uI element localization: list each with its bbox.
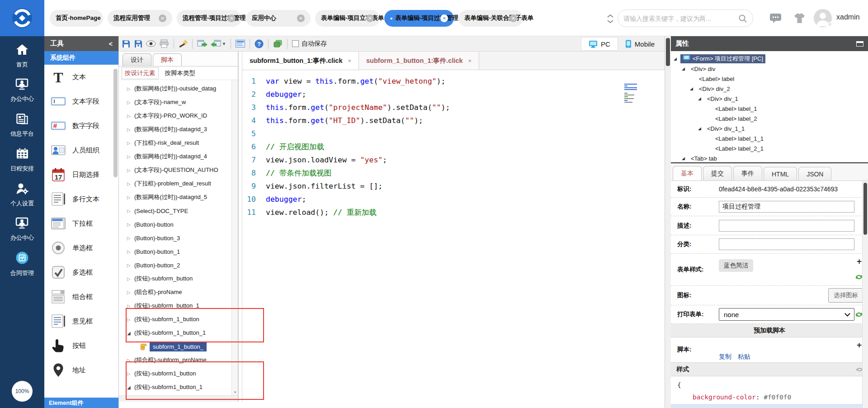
tool-panel-scrollbar[interactable] bbox=[113, 69, 118, 177]
minimize-panel-icon[interactable] bbox=[856, 41, 863, 47]
collapsed-arrow-icon[interactable]: ▷ bbox=[127, 141, 134, 146]
component-tree-item[interactable]: ▷(Button)-button_2 bbox=[119, 258, 231, 272]
import-icon[interactable]: ▼ bbox=[211, 40, 226, 48]
paste-script-link[interactable]: 粘贴 bbox=[738, 353, 750, 361]
code-icon[interactable]: <> bbox=[856, 366, 863, 373]
component-tree-item[interactable]: ▷(文本字段)-QUESTION_AUTHO bbox=[119, 163, 231, 177]
magic-wand-icon[interactable] bbox=[179, 39, 188, 48]
scrollbar-thumb[interactable] bbox=[863, 183, 867, 235]
component-tree-item[interactable]: ▷(按钮)-subform1_button bbox=[119, 367, 231, 380]
component-tree-item[interactable]: ▷(下拉框)-problem_deal_result bbox=[119, 177, 231, 190]
collapsed-arrow-icon[interactable]: ▷ bbox=[127, 114, 134, 119]
collapsed-arrow-icon[interactable]: ▷ bbox=[127, 127, 134, 132]
form-tree-item[interactable]: <Label> label_2_1 bbox=[671, 143, 868, 153]
preview-eye-icon[interactable] bbox=[146, 40, 156, 47]
close-icon[interactable]: ✕ bbox=[440, 14, 448, 22]
component-tree-item[interactable]: ▷(按钮)-subform_1_button bbox=[119, 313, 231, 326]
prop-name-input[interactable] bbox=[719, 201, 854, 213]
tool-item-hand[interactable]: 按钮 bbox=[44, 333, 118, 358]
tab-scroll-chevrons[interactable] bbox=[605, 10, 616, 27]
collapsed-arrow-icon[interactable]: ▷ bbox=[127, 290, 134, 295]
editor-scrollbar[interactable] bbox=[665, 36, 671, 408]
component-tree-item[interactable]: ▷(Button)-button bbox=[119, 218, 231, 231]
sidebar-item-news[interactable]: 信息平台 bbox=[0, 113, 44, 138]
form-tree-item[interactable]: ◢<Div> div_1_1 bbox=[671, 123, 868, 133]
tool-item-combo[interactable]: 组合框 bbox=[44, 285, 118, 309]
collapsed-arrow-icon[interactable]: ▷ bbox=[127, 236, 134, 241]
close-icon[interactable]: × bbox=[468, 57, 472, 64]
top-tab[interactable]: 流程应用管理✕ bbox=[108, 10, 172, 27]
form-tree-item[interactable]: ◢<Div> div_1 bbox=[671, 94, 868, 104]
tool-item-pin[interactable]: 地址 bbox=[44, 358, 118, 382]
device-pc-button[interactable]: PC bbox=[581, 37, 618, 51]
add-style-icon[interactable]: + bbox=[857, 257, 862, 266]
component-tree-item[interactable]: ▷(数据网格(过时))-datagrid_4 bbox=[119, 150, 231, 163]
editor-tab[interactable]: subform1_button_1:事件.click× bbox=[242, 52, 359, 70]
form-style-chip[interactable]: 蓝色简洁 bbox=[719, 259, 753, 272]
form-tree-item[interactable]: <Label> label_1 bbox=[671, 104, 868, 114]
properties-tab-JSON[interactable]: JSON bbox=[798, 167, 831, 180]
top-tab[interactable]: 应用中心✕ bbox=[246, 10, 311, 27]
export-icon[interactable] bbox=[197, 40, 208, 48]
app-logo[interactable] bbox=[0, 0, 44, 36]
collapsed-arrow-icon[interactable]: ▷ bbox=[127, 249, 134, 254]
tool-item-check[interactable]: 多选框 bbox=[44, 260, 118, 285]
top-tab[interactable]: •表单编辑-项目过程管理✕ bbox=[384, 10, 454, 27]
component-tree-item[interactable]: ▷(按钮)-subform_button_1 bbox=[119, 299, 231, 313]
username[interactable]: xadmin bbox=[836, 13, 860, 21]
save-as-icon[interactable] bbox=[134, 39, 143, 48]
help-icon[interactable]: ? bbox=[255, 39, 264, 48]
expanded-arrow-icon[interactable]: ◢ bbox=[127, 385, 134, 390]
code-area[interactable]: 1var view = this.form.get("view_hetong")… bbox=[242, 70, 665, 219]
collapsed-arrow-icon[interactable]: ▷ bbox=[127, 222, 134, 227]
tab-design[interactable]: 设计 bbox=[123, 53, 151, 66]
layers-icon[interactable] bbox=[273, 39, 283, 48]
autosave-toggle[interactable]: 自动保存 bbox=[292, 40, 327, 48]
properties-scrollbar[interactable] bbox=[862, 181, 868, 408]
component-tree-item[interactable]: ▷(数据网格(过时))-datagrid_3 bbox=[119, 123, 231, 136]
editor-minimap[interactable] bbox=[624, 84, 638, 103]
prop-category-input[interactable] bbox=[719, 238, 854, 250]
element-components-header[interactable]: Element组件 bbox=[44, 398, 118, 408]
sidebar-item-calendar[interactable]: 日程安排 bbox=[0, 147, 44, 173]
expanded-arrow-icon[interactable]: ◢ bbox=[698, 126, 705, 131]
form-tree-item[interactable]: <Label> label_1_1 bbox=[671, 133, 868, 143]
collapsed-arrow-icon[interactable]: ▷ bbox=[127, 86, 134, 91]
top-tab[interactable]: 首页-homePage bbox=[50, 10, 103, 27]
expanded-arrow-icon[interactable]: ◢ bbox=[674, 57, 680, 61]
panel-splitter[interactable] bbox=[238, 52, 242, 402]
top-tab[interactable]: 表单编辑-项目立项表单✕ bbox=[315, 10, 380, 27]
tree-scrollbar[interactable]: ▼ bbox=[231, 80, 238, 395]
collapsed-arrow-icon[interactable]: ▷ bbox=[127, 371, 134, 376]
properties-hscrollbar[interactable] bbox=[671, 404, 862, 408]
collapsed-arrow-icon[interactable]: ▷ bbox=[127, 358, 134, 363]
save-icon[interactable] bbox=[122, 39, 131, 48]
component-tree-item[interactable]: ▷(按钮)-subform_button bbox=[119, 272, 231, 285]
properties-tab-HTML[interactable]: HTML bbox=[764, 167, 797, 180]
close-icon[interactable]: ✕ bbox=[366, 14, 374, 22]
tab-script[interactable]: 脚本 bbox=[153, 53, 182, 66]
tool-item-people[interactable]: 人员组织 bbox=[44, 138, 118, 162]
expanded-arrow-icon[interactable]: ◢ bbox=[682, 66, 689, 71]
close-icon[interactable]: ✕ bbox=[228, 14, 236, 22]
component-tree-item[interactable]: ▷(组合框)-proName bbox=[119, 285, 231, 299]
zoom-badge[interactable]: 100% bbox=[12, 381, 33, 402]
editor-tab[interactable]: subform_1_button_1:事件.click× bbox=[359, 52, 479, 70]
properties-tab-提交[interactable]: 提交 bbox=[703, 166, 732, 180]
sidebar-item-office[interactable]: 办公中心 bbox=[0, 217, 44, 242]
form-tree-item[interactable]: <Label> label_2 bbox=[671, 114, 868, 123]
properties-tab-事件[interactable]: 事件 bbox=[733, 166, 762, 180]
close-icon[interactable]: ✕ bbox=[297, 14, 305, 22]
expanded-arrow-icon[interactable]: ◢ bbox=[698, 96, 705, 101]
component-tree-item[interactable]: ▷(文本字段)-PRO_WORK_ID bbox=[119, 109, 231, 123]
sidebar-item-usergear[interactable]: 个人设置 bbox=[0, 182, 44, 208]
close-icon[interactable]: ✕ bbox=[509, 14, 517, 22]
form-tree-item[interactable]: ◢<Div> div_2 bbox=[671, 84, 868, 94]
tool-item-number[interactable]: #数字字段 bbox=[44, 114, 118, 138]
component-tree-item[interactable]: ▷(组合框)-subform_proName bbox=[119, 353, 231, 367]
tool-item-multiline[interactable]: 多行文本 bbox=[44, 187, 118, 211]
close-icon[interactable]: ✕ bbox=[159, 14, 166, 22]
prop-desc-input[interactable] bbox=[719, 220, 854, 232]
tool-item-text[interactable]: T文本 bbox=[44, 65, 118, 89]
tool-item-radio[interactable]: 单选框 bbox=[44, 236, 118, 260]
